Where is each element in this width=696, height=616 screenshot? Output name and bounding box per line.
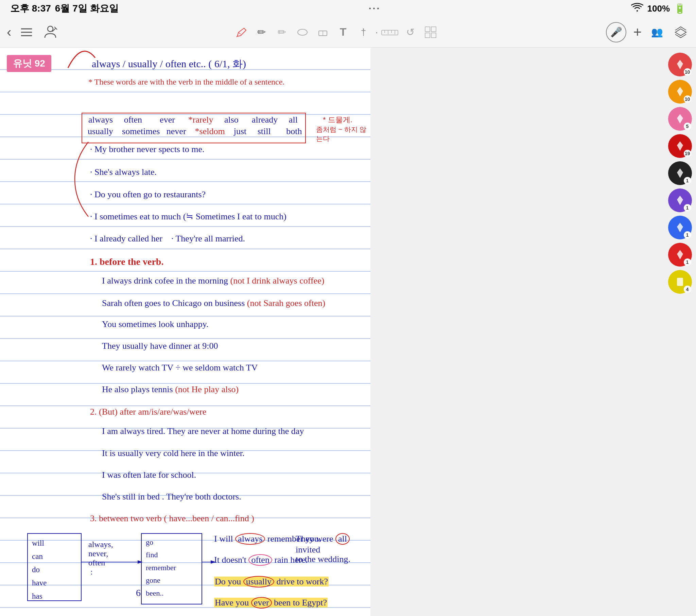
main-content: 유닛 92 always / usually / often etc.. ( 6… [0, 48, 370, 616]
s1-line6: He also plays tennis (not He play also) [102, 385, 239, 394]
lesson-subtitle: * These words are with the verb in the m… [88, 77, 284, 86]
svg-line-6 [239, 32, 241, 34]
status-bar: 오후 8:37 6월 7일 화요일 ··· 100% 🔋 [0, 0, 696, 17]
add-button[interactable]: + [633, 24, 642, 40]
grid-tool[interactable] [422, 24, 439, 41]
separator-dot: · [376, 27, 378, 38]
svg-point-7 [298, 29, 307, 35]
verb2-box: gofindremembergonebeen.. [141, 533, 202, 604]
center-dots: ··· [369, 3, 381, 14]
arrow-1 [82, 557, 143, 567]
svg-rect-15 [425, 27, 430, 32]
date-display: 6월 7일 화요일 [55, 2, 118, 15]
ruler-tool[interactable] [381, 24, 398, 41]
verb-box: willcandohavehas [27, 533, 82, 601]
korean-note-2: 좀처럼 ~ 하지 않는다 [316, 125, 370, 143]
s3-right-1: They were all invited [296, 533, 370, 555]
s1-line3: You sometimes look unhappy. [102, 319, 208, 329]
s3-sentence3: Do you usually drive to work? [214, 576, 329, 587]
pen-sidebar: 10 10 5 19 1 1 1 1 4 [664, 48, 696, 616]
s3-sentence2: It doesn't often rain here. [214, 554, 308, 566]
example-1: · My brother never spects to me. [90, 144, 204, 155]
number-6: 6 [136, 587, 141, 598]
share-button[interactable]: 👥 [648, 24, 665, 41]
time-display: 오후 8:37 [10, 2, 51, 15]
pen-purple[interactable]: 1 [668, 189, 692, 212]
svg-marker-20 [138, 560, 143, 564]
wifi-icon [631, 3, 643, 15]
battery-display: 100% [647, 3, 670, 14]
layers-button[interactable] [672, 24, 689, 41]
person-icon[interactable] [42, 24, 59, 41]
word-row-1: always often ever *rarely also already a… [88, 115, 298, 125]
pen-red-2[interactable]: 1 [668, 243, 692, 266]
section3-title: 3. between two verb ( have...been / can.… [90, 514, 254, 524]
pen-pink[interactable]: 5 [668, 107, 692, 131]
svg-rect-18 [431, 33, 436, 38]
svg-rect-10 [382, 30, 398, 35]
example-5: · I already called her · They're all mar… [90, 233, 245, 244]
s2-line1: I am always tired. They are never at hom… [102, 426, 304, 436]
lesson-title: always / usually / often etc.. ( 6/1, 화) [92, 57, 246, 71]
example-4: · I sometimes eat to much (≒ Sometimes I… [90, 211, 286, 222]
s1-line5: We rarely watch TV ÷ we seldom watch TV [102, 363, 258, 373]
mic-button[interactable]: 🎤 [606, 22, 626, 43]
s2-line2: It is usually very cold here in the wint… [102, 448, 245, 458]
s2-line4: She's still in bed . They're both doctor… [102, 492, 241, 502]
pen-tool-3[interactable]: ✏ [273, 24, 290, 41]
pen-red-1[interactable]: 10 [668, 53, 692, 77]
svg-point-3 [48, 26, 53, 32]
circle-tool[interactable] [294, 24, 311, 41]
back-button[interactable]: ‹ [7, 25, 11, 40]
example-3: · Do you often go to restaurants? [90, 190, 206, 200]
status-right-icons: 100% 🔋 [631, 3, 686, 15]
undo-tool[interactable]: ↺ [402, 24, 419, 41]
s3-right-2: to the wedding. [296, 554, 350, 564]
example-2: · She's always late. [90, 167, 157, 177]
pen-tool-1[interactable] [233, 24, 250, 41]
battery-icon: 🔋 [674, 3, 686, 14]
arrow-2 [202, 557, 216, 567]
section1-title: 1. before the verb. [90, 256, 163, 267]
s3-sentence4: Have you ever been to Egypt? [214, 597, 328, 609]
word-row-2: usually sometimes never *seldom just sti… [88, 126, 302, 136]
svg-rect-17 [425, 33, 430, 38]
svg-marker-22 [211, 560, 216, 564]
list-icon[interactable] [18, 24, 35, 41]
pen-black[interactable]: 1 [668, 161, 692, 185]
s2-line3: I was often late for school. [102, 470, 196, 480]
section2-title: 2. (But) after am/is/are/was/were [90, 407, 206, 417]
pen-tool-2[interactable]: ✏ [253, 24, 270, 41]
text-tool[interactable]: T [335, 24, 352, 41]
s1-line4: They usually have dinner at 9:00 [102, 341, 218, 351]
pen-orange-1[interactable]: 10 [668, 80, 692, 103]
s1-line2: Sarah often goes to Chicago on business … [102, 298, 325, 308]
pen-yellow[interactable]: 4 [668, 270, 692, 294]
korean-note-1: * 드물게. [323, 115, 352, 125]
svg-rect-16 [431, 27, 436, 32]
unit-label: 유닛 92 [7, 55, 51, 72]
toolbar: ‹ ✏ ✏ T † · ↺ 🎤 + 👥 [0, 17, 696, 48]
pen-darkred[interactable]: 19 [668, 134, 692, 158]
pen-blue[interactable]: 1 [668, 216, 692, 239]
eraser-tool[interactable] [314, 24, 331, 41]
text-tool-2[interactable]: † [355, 24, 372, 41]
svg-rect-23 [677, 278, 683, 286]
s1-line1: I always drink cofee in the morning (not… [102, 276, 324, 286]
notebook[interactable]: 유닛 92 always / usually / often etc.. ( 6… [0, 48, 370, 616]
